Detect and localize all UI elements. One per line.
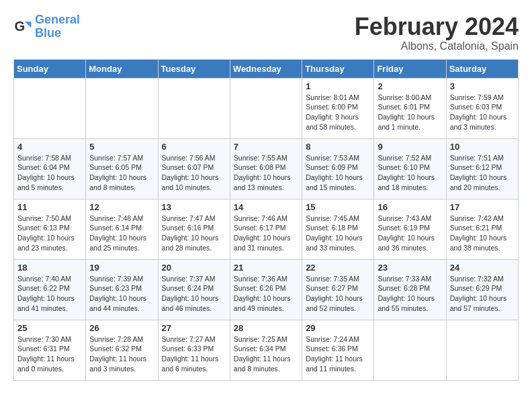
svg-marker-1 — [25, 21, 31, 28]
calendar-cell — [86, 78, 158, 138]
weekday-header-friday: Friday — [374, 59, 446, 78]
day-info: Sunrise: 7:53 AM Sunset: 6:09 PM Dayligh… — [306, 153, 370, 193]
day-number: 23 — [378, 263, 442, 273]
day-number: 7 — [234, 142, 298, 152]
day-info: Sunrise: 7:32 AM Sunset: 6:29 PM Dayligh… — [450, 274, 515, 314]
calendar-cell — [374, 320, 446, 380]
day-info: Sunrise: 7:48 AM Sunset: 6:14 PM Dayligh… — [89, 214, 154, 253]
logo-text: General Blue — [35, 13, 80, 40]
calendar-cell: 23Sunrise: 7:33 AM Sunset: 6:28 PM Dayli… — [374, 259, 446, 320]
logo: G General Blue — [13, 13, 80, 40]
day-number: 9 — [378, 142, 442, 152]
day-number: 17 — [450, 202, 515, 212]
day-number: 13 — [162, 202, 226, 212]
calendar-cell: 22Sunrise: 7:35 AM Sunset: 6:27 PM Dayli… — [302, 259, 374, 320]
day-number: 15 — [306, 202, 370, 212]
day-info: Sunrise: 7:24 AM Sunset: 6:36 PM Dayligh… — [306, 334, 370, 374]
calendar-cell: 18Sunrise: 7:40 AM Sunset: 6:22 PM Dayli… — [14, 259, 86, 320]
calendar-cell: 21Sunrise: 7:36 AM Sunset: 6:26 PM Dayli… — [230, 259, 302, 320]
weekday-header-sunday: Sunday — [14, 59, 86, 78]
day-info: Sunrise: 7:58 AM Sunset: 6:04 PM Dayligh… — [17, 153, 82, 193]
weekday-header-thursday: Thursday — [302, 59, 374, 78]
day-number: 10 — [450, 142, 515, 152]
weekday-header-monday: Monday — [86, 59, 158, 78]
calendar-cell: 28Sunrise: 7:25 AM Sunset: 6:34 PM Dayli… — [230, 320, 302, 380]
calendar-cell: 7Sunrise: 7:55 AM Sunset: 6:08 PM Daylig… — [230, 138, 302, 199]
calendar-cell: 13Sunrise: 7:47 AM Sunset: 6:16 PM Dayli… — [158, 199, 230, 259]
day-number: 26 — [89, 323, 154, 333]
day-number: 16 — [378, 202, 442, 212]
day-number: 19 — [89, 263, 154, 273]
day-number: 20 — [162, 263, 226, 273]
calendar-subtitle: Albons, Catalonia, Spain — [355, 40, 519, 52]
day-info: Sunrise: 7:51 AM Sunset: 6:12 PM Dayligh… — [450, 153, 515, 193]
day-info: Sunrise: 7:50 AM Sunset: 6:13 PM Dayligh… — [17, 214, 82, 253]
calendar-cell: 17Sunrise: 7:42 AM Sunset: 6:21 PM Dayli… — [446, 199, 518, 259]
calendar-table: SundayMondayTuesdayWednesdayThursdayFrid… — [13, 59, 519, 381]
calendar-cell — [446, 320, 518, 380]
day-info: Sunrise: 8:01 AM Sunset: 6:00 PM Dayligh… — [306, 93, 370, 132]
calendar-cell: 15Sunrise: 7:45 AM Sunset: 6:18 PM Dayli… — [302, 199, 374, 259]
calendar-cell: 19Sunrise: 7:39 AM Sunset: 6:23 PM Dayli… — [86, 259, 158, 320]
calendar-cell: 10Sunrise: 7:51 AM Sunset: 6:12 PM Dayli… — [446, 138, 518, 199]
day-number: 3 — [450, 81, 515, 91]
day-info: Sunrise: 7:33 AM Sunset: 6:28 PM Dayligh… — [378, 274, 442, 314]
calendar-cell: 11Sunrise: 7:50 AM Sunset: 6:13 PM Dayli… — [14, 199, 86, 259]
day-info: Sunrise: 7:27 AM Sunset: 6:33 PM Dayligh… — [162, 334, 226, 374]
calendar-cell: 1Sunrise: 8:01 AM Sunset: 6:00 PM Daylig… — [302, 78, 374, 138]
logo-text2: Blue — [35, 26, 61, 40]
day-number: 18 — [17, 263, 82, 273]
day-number: 28 — [234, 323, 298, 333]
day-number: 2 — [378, 81, 442, 91]
page-header: G General Blue February 2024 Albons, Cat… — [13, 13, 519, 52]
calendar-cell: 3Sunrise: 7:59 AM Sunset: 6:03 PM Daylig… — [446, 78, 518, 138]
day-number: 25 — [17, 323, 82, 333]
calendar-cell: 26Sunrise: 7:28 AM Sunset: 6:32 PM Dayli… — [86, 320, 158, 380]
title-area: February 2024 Albons, Catalonia, Spain — [355, 13, 519, 52]
calendar-cell: 27Sunrise: 7:27 AM Sunset: 6:33 PM Dayli… — [158, 320, 230, 380]
day-number: 11 — [17, 202, 82, 212]
day-number: 21 — [234, 263, 298, 273]
day-info: Sunrise: 7:25 AM Sunset: 6:34 PM Dayligh… — [234, 334, 298, 374]
calendar-cell: 2Sunrise: 8:00 AM Sunset: 6:01 PM Daylig… — [374, 78, 446, 138]
day-number: 8 — [306, 142, 370, 152]
logo-text1: General — [35, 13, 80, 26]
calendar-cell: 24Sunrise: 7:32 AM Sunset: 6:29 PM Dayli… — [446, 259, 518, 320]
day-info: Sunrise: 7:39 AM Sunset: 6:23 PM Dayligh… — [89, 274, 154, 314]
calendar-cell: 9Sunrise: 7:52 AM Sunset: 6:10 PM Daylig… — [374, 138, 446, 199]
day-info: Sunrise: 7:46 AM Sunset: 6:17 PM Dayligh… — [234, 214, 298, 253]
day-number: 24 — [450, 263, 515, 273]
day-number: 5 — [89, 142, 154, 152]
day-info: Sunrise: 7:47 AM Sunset: 6:16 PM Dayligh… — [162, 214, 226, 253]
weekday-header-tuesday: Tuesday — [158, 59, 230, 78]
day-info: Sunrise: 7:40 AM Sunset: 6:22 PM Dayligh… — [17, 274, 82, 314]
weekday-header-saturday: Saturday — [446, 59, 518, 78]
day-number: 12 — [89, 202, 154, 212]
weekday-header-wednesday: Wednesday — [230, 59, 302, 78]
day-info: Sunrise: 7:30 AM Sunset: 6:31 PM Dayligh… — [17, 334, 82, 374]
day-info: Sunrise: 7:28 AM Sunset: 6:32 PM Dayligh… — [89, 334, 154, 374]
calendar-cell: 5Sunrise: 7:57 AM Sunset: 6:05 PM Daylig… — [86, 138, 158, 199]
day-info: Sunrise: 7:45 AM Sunset: 6:18 PM Dayligh… — [306, 214, 370, 253]
calendar-cell: 16Sunrise: 7:43 AM Sunset: 6:19 PM Dayli… — [374, 199, 446, 259]
calendar-cell — [14, 78, 86, 138]
day-number: 14 — [234, 202, 298, 212]
day-number: 1 — [306, 81, 370, 91]
calendar-cell — [230, 78, 302, 138]
calendar-title: February 2024 — [355, 13, 519, 40]
day-number: 6 — [162, 142, 226, 152]
logo-icon: G — [13, 17, 32, 36]
day-info: Sunrise: 7:43 AM Sunset: 6:19 PM Dayligh… — [378, 214, 442, 253]
day-info: Sunrise: 7:57 AM Sunset: 6:05 PM Dayligh… — [89, 153, 154, 193]
svg-text:G: G — [15, 19, 26, 34]
day-info: Sunrise: 7:56 AM Sunset: 6:07 PM Dayligh… — [162, 153, 226, 193]
day-info: Sunrise: 7:59 AM Sunset: 6:03 PM Dayligh… — [450, 93, 515, 132]
day-number: 22 — [306, 263, 370, 273]
day-number: 4 — [17, 142, 82, 152]
day-info: Sunrise: 7:55 AM Sunset: 6:08 PM Dayligh… — [234, 153, 298, 193]
calendar-cell: 25Sunrise: 7:30 AM Sunset: 6:31 PM Dayli… — [14, 320, 86, 380]
day-info: Sunrise: 7:36 AM Sunset: 6:26 PM Dayligh… — [234, 274, 298, 314]
calendar-cell — [158, 78, 230, 138]
day-number: 29 — [306, 323, 370, 333]
day-info: Sunrise: 7:35 AM Sunset: 6:27 PM Dayligh… — [306, 274, 370, 314]
